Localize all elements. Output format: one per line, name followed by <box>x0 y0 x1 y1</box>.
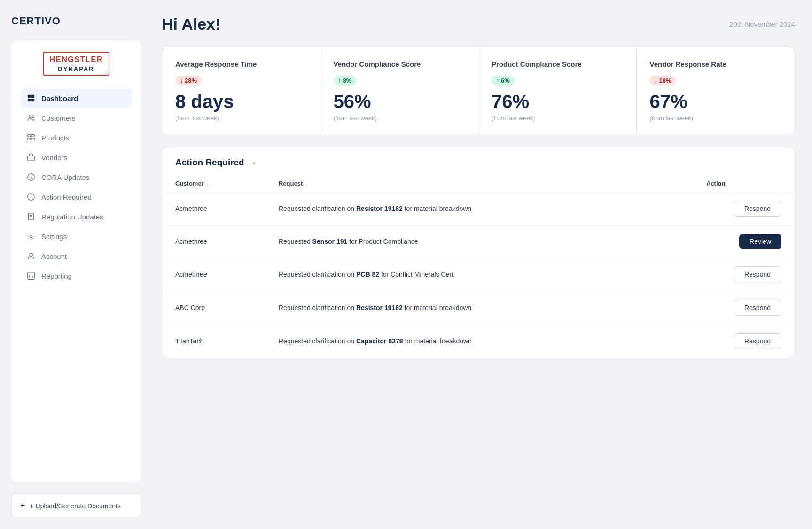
sidebar-item-cora-updates[interactable]: CORA Updates <box>21 168 132 187</box>
main-content: Hi Alex! 20th November 2024 Average Resp… <box>150 0 812 529</box>
cell-customer: Acmethree <box>175 238 279 245</box>
settings-icon <box>26 232 36 241</box>
stat-sub-avg-response: (from last week) <box>175 115 307 122</box>
customers-icon <box>26 113 36 123</box>
customers-label: Customers <box>41 114 76 122</box>
cell-customer: Acmethree <box>175 271 279 278</box>
sidebar-footer: + + Upload/Generate Documents <box>11 494 141 518</box>
request-sort-icon[interactable]: ↓ <box>304 181 307 187</box>
cora-updates-icon <box>26 172 36 182</box>
svg-rect-1 <box>31 95 34 98</box>
cell-action: Respond <box>706 201 781 217</box>
sidebar-item-customers[interactable]: Customers <box>21 109 132 127</box>
stat-avg-response: Average Response Time ↓ 28% 8 days (from… <box>162 47 320 135</box>
svg-point-14 <box>30 235 32 237</box>
upload-generate-button[interactable]: + + Upload/Generate Documents <box>11 494 141 518</box>
col-header-customer: Customer ↓ <box>175 180 279 187</box>
stat-badge-product-compliance: ↑ 6% <box>492 76 515 86</box>
svg-point-5 <box>32 116 34 118</box>
cora-updates-label: CORA Updates <box>41 173 90 181</box>
reporting-icon <box>26 271 36 280</box>
stat-sub-vendor-compliance: (from last week) <box>334 115 465 122</box>
svg-rect-7 <box>31 135 34 137</box>
cell-customer: ABC Corp <box>175 304 279 311</box>
col-header-action: Action <box>706 180 781 187</box>
svg-rect-8 <box>28 138 31 140</box>
upload-button-label: + Upload/Generate Documents <box>30 502 121 510</box>
respond-button[interactable]: Respond <box>734 201 781 217</box>
stat-value-avg-response: 8 days <box>175 91 307 112</box>
cell-request: Requested clarification on PCB 82 for Co… <box>279 271 706 278</box>
stat-product-compliance: Product Compliance Score ↑ 6% 76% (from … <box>478 47 637 135</box>
cell-request: Requested Sensor 191 for Product Complia… <box>279 238 706 245</box>
svg-rect-3 <box>31 99 34 101</box>
table-header: Customer ↓ Request ↓ Action <box>162 175 795 192</box>
table-row: TitanTechRequested clarification on Capa… <box>162 325 795 358</box>
respond-button[interactable]: Respond <box>734 266 781 282</box>
stat-badge-avg-response: ↓ 28% <box>175 76 202 86</box>
app-logo: CERTIVO <box>11 15 141 27</box>
cell-action: Respond <box>706 266 781 282</box>
sidebar-item-regulation-updates[interactable]: Regulation Updates <box>21 207 132 226</box>
cell-request: Requested clarification on Capacitor 827… <box>279 337 706 345</box>
table-row: AcmethreeRequested Sensor 191 for Produc… <box>162 226 795 258</box>
stat-sub-vendor-response-rate: (from last week) <box>650 115 782 122</box>
stat-badge-vendor-response-rate: ↓ 18% <box>650 76 676 86</box>
company-logo-area: HENGSTLER DYNAPAR <box>21 52 132 76</box>
respond-button[interactable]: Respond <box>734 333 781 349</box>
customer-sort-icon[interactable]: ↓ <box>206 181 209 187</box>
cell-customer: Acmethree <box>175 205 279 212</box>
cell-request: Requested clarification on Resistor 1918… <box>279 205 706 212</box>
sidebar-item-dashboard[interactable]: Dashboard <box>21 89 132 108</box>
sidebar-item-vendors[interactable]: Vendors <box>21 148 132 167</box>
sidebar-item-products[interactable]: Products <box>21 128 132 147</box>
reporting-label: Reporting <box>41 272 72 280</box>
company-logo: HENGSTLER DYNAPAR <box>43 52 109 76</box>
sidebar-item-account[interactable]: Account <box>21 247 132 265</box>
company-name-hengstler: HENGSTLER <box>49 55 103 64</box>
table-row: AcmethreeRequested clarification on Resi… <box>162 192 795 226</box>
stat-vendor-response-rate: Vendor Response Rate ↓ 18% 67% (from las… <box>637 47 795 135</box>
svg-rect-0 <box>28 95 31 98</box>
sidebar: CERTIVO HENGSTLER DYNAPAR Dashboard <box>0 0 150 529</box>
dashboard-label: Dashboard <box>41 94 78 102</box>
action-required-title: Action Required <box>175 157 244 168</box>
stat-badge-vendor-compliance: ↑ 8% <box>334 76 357 86</box>
dashboard-icon <box>26 93 36 103</box>
stat-title-vendor-compliance: Vendor Compliance Score <box>334 60 465 68</box>
svg-rect-2 <box>28 99 31 101</box>
sidebar-item-settings[interactable]: Settings <box>21 227 132 246</box>
svg-rect-6 <box>28 135 31 137</box>
cell-action: Respond <box>706 333 781 349</box>
action-required-arrow: → <box>248 158 257 168</box>
svg-rect-9 <box>31 138 34 140</box>
page-title: Hi Alex! <box>162 15 220 33</box>
stats-grid: Average Response Time ↓ 28% 8 days (from… <box>162 47 795 135</box>
settings-label: Settings <box>41 233 67 241</box>
sidebar-item-action-required[interactable]: Action Required <box>21 187 132 206</box>
action-required-icon <box>26 192 36 202</box>
review-button[interactable]: Review <box>739 234 781 249</box>
sidebar-item-reporting[interactable]: Reporting <box>21 266 132 285</box>
cell-customer: TitanTech <box>175 337 279 345</box>
cell-request: Requested clarification on Resistor 1918… <box>279 304 706 311</box>
stat-title-product-compliance: Product Compliance Score <box>492 60 623 68</box>
stat-value-vendor-compliance: 56% <box>334 91 465 112</box>
products-label: Products <box>41 134 69 142</box>
current-date: 20th November 2024 <box>729 20 795 28</box>
cell-action: Review <box>706 234 781 249</box>
stat-sub-product-compliance: (from last week) <box>492 115 623 122</box>
respond-button[interactable]: Respond <box>734 300 781 316</box>
vendors-icon <box>26 153 36 162</box>
action-required-label: Action Required <box>41 193 92 201</box>
stat-vendor-compliance: Vendor Compliance Score ↑ 8% 56% (from l… <box>320 47 479 135</box>
stat-value-vendor-response-rate: 67% <box>650 91 782 112</box>
account-label: Account <box>41 252 67 260</box>
nav-menu: Dashboard Customers Products <box>21 89 132 285</box>
page-header: Hi Alex! 20th November 2024 <box>162 15 795 33</box>
svg-point-15 <box>30 253 32 256</box>
plus-icon: + <box>20 501 25 511</box>
table-row: ABC CorpRequested clarification on Resis… <box>162 291 795 325</box>
stat-value-product-compliance: 76% <box>492 91 623 112</box>
col-header-request: Request ↓ <box>279 180 706 187</box>
